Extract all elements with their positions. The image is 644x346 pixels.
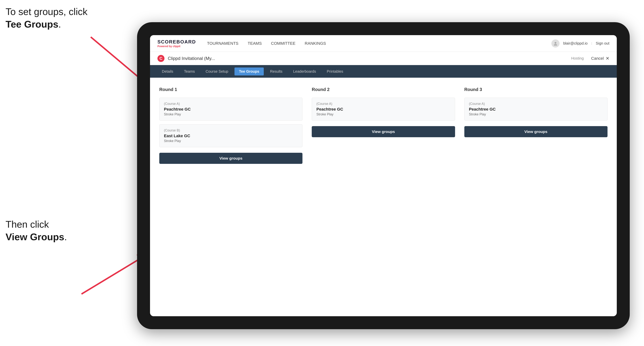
round-3-section: Round 3 (Course A) Peachtree GC Stroke P… <box>464 87 608 164</box>
round-3-course-a-type: Stroke Play <box>469 112 603 116</box>
round-3-title: Round 3 <box>464 87 608 92</box>
instruction-top-line2: Tee Groups. <box>6 18 88 31</box>
instruction-top: To set groups, click Tee Groups. <box>6 5 88 30</box>
sign-out-link[interactable]: Sign out <box>596 41 609 45</box>
nav-links: TOURNAMENTS TEAMS COMMITTEE RANKINGS <box>207 41 552 46</box>
round-2-course-a-type: Stroke Play <box>316 112 450 116</box>
nav-committee[interactable]: COMMITTEE <box>271 41 296 46</box>
tablet-screen: SCOREBOARD Powered by clippit TOURNAMENT… <box>150 35 617 316</box>
round-1-section: Round 1 (Course A) Peachtree GC Stroke P… <box>159 87 302 164</box>
round-2-course-a-name: Peachtree GC <box>316 107 450 112</box>
instruction-top-line1: To set groups, click <box>6 5 88 18</box>
tournament-bar: C Clippd Invitational (My... Hosting Can… <box>150 52 617 65</box>
round-1-course-a-label: (Course A) <box>164 102 298 106</box>
round-3-course-a-card: (Course A) Peachtree GC Stroke Play <box>464 98 608 121</box>
tab-results[interactable]: Results <box>266 67 287 75</box>
cancel-button[interactable]: Cancel <box>591 56 604 61</box>
svg-point-5 <box>554 44 557 45</box>
logo-sub: Powered by clippit <box>158 45 196 48</box>
sub-nav: Details Teams Course Setup Tee Groups Re… <box>150 65 617 78</box>
tab-details[interactable]: Details <box>158 67 178 75</box>
tab-tee-groups[interactable]: Tee Groups <box>234 67 264 75</box>
round-1-title: Round 1 <box>159 87 302 92</box>
logo-text: SCOREBOARD <box>158 39 196 45</box>
tournament-hosting: Hosting <box>571 56 584 60</box>
instruction-bottom: Then click View Groups. <box>6 218 67 243</box>
instruction-bottom-line1: Then click <box>6 218 67 231</box>
tab-leaderboards[interactable]: Leaderboards <box>289 67 320 75</box>
tournament-logo: C <box>158 55 164 62</box>
tournament-name: Clippd Invitational (My... <box>168 56 571 61</box>
nav-right: blair@clippd.io | Sign out <box>552 39 609 47</box>
round-1-course-a-type: Stroke Play <box>164 112 298 116</box>
round-2-section: Round 2 (Course A) Peachtree GC Stroke P… <box>312 87 455 164</box>
round-1-view-groups-button[interactable]: View groups <box>159 153 302 164</box>
round-1-course-a-card: (Course A) Peachtree GC Stroke Play <box>159 98 302 121</box>
tab-teams[interactable]: Teams <box>180 67 199 75</box>
round-1-course-a-name: Peachtree GC <box>164 107 298 112</box>
round-1-course-b-label: (Course B) <box>164 129 298 132</box>
main-content: Round 1 (Course A) Peachtree GC Stroke P… <box>150 78 617 316</box>
round-1-course-b-type: Stroke Play <box>164 139 298 143</box>
nav-user-email: blair@clippd.io <box>563 41 588 45</box>
round-3-course-a-name: Peachtree GC <box>469 107 603 112</box>
svg-point-4 <box>554 42 556 44</box>
round-2-course-a-label: (Course A) <box>316 102 450 106</box>
round-1-course-b-name: East Lake GC <box>164 134 298 138</box>
rounds-grid: Round 1 (Course A) Peachtree GC Stroke P… <box>159 87 608 164</box>
nav-tournaments[interactable]: TOURNAMENTS <box>207 41 238 46</box>
nav-rankings[interactable]: RANKINGS <box>305 41 326 46</box>
instruction-bottom-line2: View Groups. <box>6 231 67 243</box>
nav-teams[interactable]: TEAMS <box>248 41 262 46</box>
round-2-title: Round 2 <box>312 87 455 92</box>
tab-course-setup[interactable]: Course Setup <box>201 67 233 75</box>
tab-printables[interactable]: Printables <box>322 67 348 75</box>
user-avatar <box>552 39 560 47</box>
round-1-course-b-card: (Course B) East Lake GC Stroke Play <box>159 124 302 147</box>
tablet-frame: SCOREBOARD Powered by clippit TOURNAMENT… <box>137 22 630 329</box>
round-3-view-groups-button[interactable]: View groups <box>464 126 608 137</box>
top-nav: SCOREBOARD Powered by clippit TOURNAMENT… <box>150 35 617 52</box>
round-2-view-groups-button[interactable]: View groups <box>312 126 455 137</box>
logo-area: SCOREBOARD Powered by clippit <box>158 39 196 48</box>
round-2-course-a-card: (Course A) Peachtree GC Stroke Play <box>312 98 455 121</box>
round-3-course-a-label: (Course A) <box>469 102 603 106</box>
